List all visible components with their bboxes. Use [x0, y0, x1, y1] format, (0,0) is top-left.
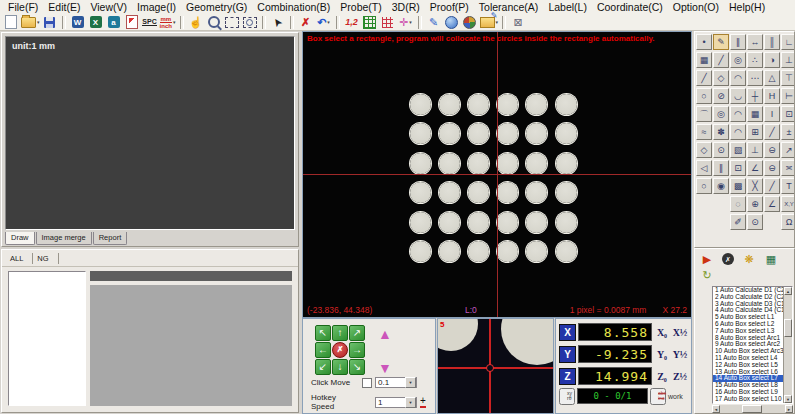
tool-icon[interactable]: ✽: [713, 124, 729, 140]
tool-icon[interactable]: ≈: [696, 124, 712, 140]
scroll-down-button[interactable]: ▼: [784, 395, 792, 403]
tool-icon[interactable]: ⊙: [747, 214, 763, 230]
tool-icon[interactable]: Ω: [781, 214, 795, 230]
tool-icon[interactable]: ⌒: [696, 106, 712, 122]
tool-icon[interactable]: ⊖: [764, 160, 780, 176]
menu-file[interactable]: File(F): [3, 1, 43, 13]
tool-icon[interactable]: ╱: [713, 52, 729, 68]
results-list[interactable]: [8, 271, 86, 406]
save-icon[interactable]: [41, 14, 59, 30]
tool-icon[interactable]: ⋯: [747, 70, 763, 86]
dropdown-arrow-icon[interactable]: ▼: [405, 377, 416, 388]
tool-icon[interactable]: ╱: [764, 178, 780, 194]
tool-icon[interactable]: ≍: [781, 160, 795, 176]
jog-down-button[interactable]: ↓: [332, 359, 348, 375]
menu-geometry[interactable]: Geometry(G): [181, 1, 252, 13]
dropdown-arrow-icon[interactable]: ▼: [405, 397, 416, 408]
tool-icon[interactable]: ╱: [696, 70, 712, 86]
axis-zero-button-z[interactable]: Z₀: [654, 371, 670, 382]
tool-icon[interactable]: ◎: [713, 106, 729, 122]
jog-down-right-button[interactable]: ↘: [349, 359, 365, 375]
magnified-camera-view[interactable]: 5: [437, 318, 554, 414]
tool-icon[interactable]: ▦: [747, 106, 763, 122]
crosshair-icon[interactable]: ✛▾: [397, 14, 415, 30]
stop-icon[interactable]: ✗: [722, 253, 734, 265]
report-edit-icon[interactable]: ✎: [425, 14, 443, 30]
dropdown-caret[interactable]: ▾: [327, 19, 330, 25]
tool-icon[interactable]: ◡: [730, 88, 746, 104]
tool-icon[interactable]: ∥: [730, 34, 746, 50]
tab-all[interactable]: ALL: [6, 253, 33, 264]
tool-icon[interactable]: ⊡: [730, 160, 746, 176]
tab-image-merge[interactable]: Image merge: [36, 232, 92, 245]
close-box-icon[interactable]: ⊠: [509, 14, 527, 30]
export-pdf-icon[interactable]: [123, 14, 141, 30]
scroll-left-button[interactable]: ◄: [712, 405, 720, 413]
tool-icon[interactable]: ⊥: [781, 52, 795, 68]
pointer-icon[interactable]: ➤: [269, 14, 287, 30]
tool-icon[interactable]: ⊡: [781, 106, 795, 122]
program-edit-icon[interactable]: ▾: [479, 14, 500, 30]
dropdown-caret[interactable]: ▾: [409, 19, 412, 25]
polar-toggle-button[interactable]: xy rθ: [559, 388, 575, 405]
tool-icon[interactable]: ○: [696, 178, 712, 194]
jog-up-button[interactable]: ↑: [332, 325, 348, 341]
program-step-list[interactable]: 1 Auto Calculate D1 (C23,2 Auto Calculat…: [712, 286, 793, 404]
tool-icon[interactable]: ◠: [730, 106, 746, 122]
vertical-scrollbar[interactable]: ▲ ▼: [783, 287, 792, 403]
speed-plus-button[interactable]: +: [420, 396, 426, 408]
menu-3d[interactable]: 3D(R): [387, 1, 425, 13]
draw-canvas[interactable]: unit:1 mm: [5, 36, 295, 230]
globe-icon[interactable]: [443, 14, 461, 30]
delete-icon[interactable]: ✗: [297, 14, 315, 30]
z-down-button[interactable]: ▼: [378, 361, 392, 375]
tool-icon[interactable]: H: [764, 88, 780, 104]
tool-icon[interactable]: ◌: [730, 196, 746, 212]
label-12-icon[interactable]: 1,2: [343, 14, 361, 30]
undo-icon[interactable]: ↶▾: [315, 14, 333, 30]
tool-icon[interactable]: T: [781, 178, 795, 194]
menu-combination[interactable]: Combination(B): [252, 1, 335, 13]
scroll-up-button[interactable]: ▲: [784, 287, 792, 295]
tool-icon[interactable]: △: [764, 70, 780, 86]
hotkey-speed-select[interactable]: 1 ▼: [375, 397, 417, 408]
menu-coordinate[interactable]: Coordinate(C): [592, 1, 668, 13]
z-up-button[interactable]: ▲: [378, 327, 392, 341]
scroll-right-button[interactable]: ►: [785, 405, 793, 413]
unit-mm-inch-icon[interactable]: mminch▾: [159, 14, 177, 30]
menu-probe[interactable]: Probe(T): [335, 1, 386, 13]
click-move-step-select[interactable]: 0.1 ▼: [375, 377, 417, 388]
tools-icon[interactable]: ❋: [742, 252, 756, 266]
menu-view[interactable]: View(V): [85, 1, 132, 13]
tool-icon[interactable]: ∟: [781, 34, 795, 50]
tool-icon[interactable]: ⊙: [713, 142, 729, 158]
menu-edit[interactable]: Edit(E): [43, 1, 85, 13]
tool-icon[interactable]: ╳: [747, 178, 763, 194]
menu-tolerance[interactable]: Tolerance(A): [474, 1, 544, 13]
dropdown-caret[interactable]: ▾: [173, 19, 176, 25]
refresh-icon[interactable]: ↻: [700, 268, 714, 282]
click-move-checkbox[interactable]: [362, 378, 372, 388]
box-select-icon[interactable]: [223, 14, 241, 30]
tool-icon[interactable]: •: [696, 34, 712, 50]
tool-icon[interactable]: ◎: [730, 52, 746, 68]
tool-icon[interactable]: I: [764, 106, 780, 122]
axis-half-button-z[interactable]: Z½: [672, 371, 688, 382]
axis-zero-button-y[interactable]: Y₀: [654, 349, 670, 360]
zoom-icon[interactable]: [205, 14, 223, 30]
menu-proof[interactable]: Proof(P): [425, 1, 474, 13]
tool-icon[interactable]: ∥: [713, 160, 729, 176]
menu-help[interactable]: Help(H): [724, 1, 770, 13]
tool-icon[interactable]: ⊢: [781, 88, 795, 104]
tool-icon[interactable]: ✎: [713, 34, 729, 50]
dropdown-caret[interactable]: ▾: [496, 19, 499, 25]
grid-red-icon[interactable]: [379, 14, 397, 30]
scrollbar-thumb[interactable]: [742, 405, 762, 413]
tool-icon[interactable]: ◉: [713, 178, 729, 194]
tool-icon[interactable]: ⊕: [747, 196, 763, 212]
export-word-icon[interactable]: W: [69, 14, 87, 30]
spc-icon[interactable]: SPC: [141, 14, 159, 30]
axis-half-button-y[interactable]: Y½: [672, 349, 688, 360]
tab-report[interactable]: Report: [93, 232, 128, 245]
tool-icon[interactable]: ∠: [764, 196, 780, 212]
